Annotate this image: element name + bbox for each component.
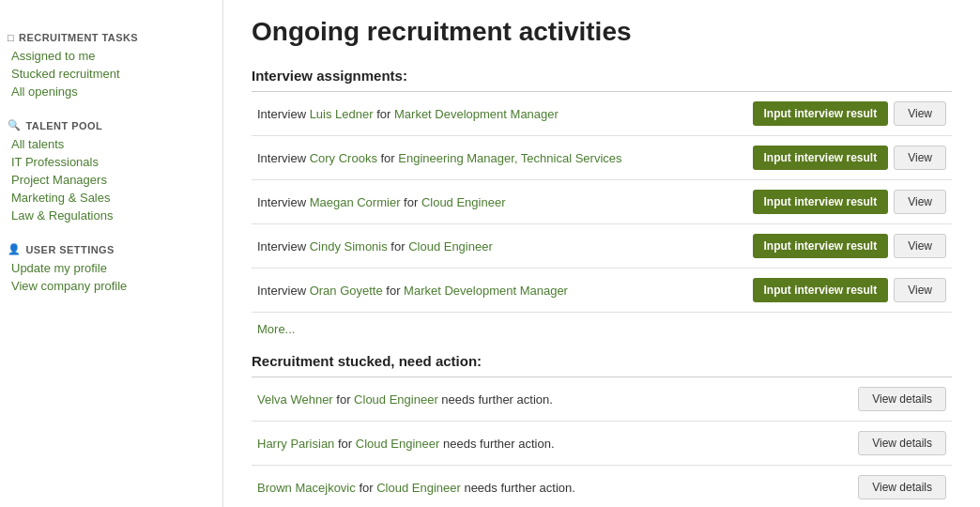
sidebar-item-marketing-sales[interactable]: Marketing & Sales <box>8 189 215 207</box>
position-name-4[interactable]: Market Development Manager <box>404 284 568 298</box>
interview-row: Interview Cindy Simonis for Cloud Engine… <box>252 224 952 269</box>
recruitment-icon: □ <box>8 32 14 43</box>
input-interview-result-button[interactable]: Input interview result <box>753 101 889 126</box>
position-name-3[interactable]: Cloud Engineer <box>408 239 493 254</box>
stucked-row-text: Velva Wehner for Cloud Engineer needs fu… <box>257 392 553 407</box>
input-interview-result-button[interactable]: Input interview result <box>753 190 889 214</box>
position-name-1[interactable]: Engineering Manager, Technical Services <box>398 151 621 165</box>
interview-section: Interview assignments: Interview Luis Le… <box>252 68 952 346</box>
sidebar-section-recruitment: □ RECRUITMENT TASKS <box>8 32 215 43</box>
page-title: Ongoing recruitment activities <box>252 17 952 47</box>
interview-row-actions: Input interview resultView <box>753 101 946 126</box>
interview-row-actions: Input interview resultView <box>753 278 946 302</box>
input-interview-result-button[interactable]: Input interview result <box>753 278 889 302</box>
sidebar: □ RECRUITMENT TASKS Assigned to meStucke… <box>0 0 223 507</box>
stucked-row: Harry Parisian for Cloud Engineer needs … <box>252 422 952 466</box>
position-name-2[interactable]: Cloud Engineer <box>421 195 506 209</box>
stucked-row-text: Brown Macejkovic for Cloud Engineer need… <box>257 481 575 495</box>
sidebar-item-all-openings[interactable]: All openings <box>8 83 215 100</box>
view-button[interactable]: View <box>894 234 946 258</box>
stucked-row: Brown Macejkovic for Cloud Engineer need… <box>252 466 952 507</box>
view-button[interactable]: View <box>894 190 946 214</box>
stucked-position-0[interactable]: Cloud Engineer <box>354 392 438 407</box>
position-name-0[interactable]: Market Development Manager <box>394 107 559 121</box>
interview-row-text: Interview Maegan Cormier for Cloud Engin… <box>257 195 506 209</box>
interview-row-text: Interview Cory Crooks for Engineering Ma… <box>257 151 622 165</box>
interview-row-actions: Input interview resultView <box>753 234 946 258</box>
interview-row-actions: Input interview resultView <box>753 146 946 170</box>
candidate-name-3[interactable]: Cindy Simonis <box>310 239 388 254</box>
interview-section-title: Interview assignments: <box>252 68 952 84</box>
sidebar-item-update-profile[interactable]: Update my profile <box>8 259 215 277</box>
interview-row-text: Interview Oran Goyette for Market Develo… <box>257 284 568 298</box>
stucked-candidate-1[interactable]: Harry Parisian <box>257 437 334 451</box>
input-interview-result-button[interactable]: Input interview result <box>753 146 889 170</box>
view-button[interactable]: View <box>894 146 946 170</box>
more-link[interactable]: More... <box>257 322 295 336</box>
stucked-row-text: Harry Parisian for Cloud Engineer needs … <box>257 437 555 451</box>
sidebar-item-view-company[interactable]: View company profile <box>8 277 215 295</box>
candidate-name-2[interactable]: Maegan Cormier <box>310 195 401 209</box>
sidebar-item-all-talents[interactable]: All talents <box>8 135 215 153</box>
input-interview-result-button[interactable]: Input interview result <box>753 234 889 258</box>
interview-row: Interview Oran Goyette for Market Develo… <box>252 269 952 313</box>
stucked-row-actions: View details <box>858 387 946 411</box>
interview-row: Interview Luis Ledner for Market Develop… <box>252 91 952 136</box>
view-button[interactable]: View <box>894 278 946 302</box>
stucked-candidate-2[interactable]: Brown Macejkovic <box>257 481 356 495</box>
sidebar-item-law-regulations[interactable]: Law & Regulations <box>8 207 215 224</box>
stucked-position-2[interactable]: Cloud Engineer <box>376 481 461 495</box>
view-details-button[interactable]: View details <box>858 475 946 499</box>
view-button[interactable]: View <box>894 101 946 126</box>
interview-row: Interview Cory Crooks for Engineering Ma… <box>252 136 952 180</box>
sidebar-item-stucked-recruitment[interactable]: Stucked recruitment <box>8 65 215 83</box>
interview-row-text: Interview Luis Ledner for Market Develop… <box>257 107 559 121</box>
stucked-row-actions: View details <box>858 475 946 499</box>
interview-row-text: Interview Cindy Simonis for Cloud Engine… <box>257 239 493 254</box>
stucked-section-title: Recruitment stucked, need action: <box>252 353 952 369</box>
stucked-position-1[interactable]: Cloud Engineer <box>356 437 440 451</box>
stucked-row-actions: View details <box>858 431 946 455</box>
candidate-name-0[interactable]: Luis Ledner <box>310 107 374 121</box>
candidate-name-1[interactable]: Cory Crooks <box>310 151 377 165</box>
user-icon: 👤 <box>8 243 21 255</box>
sidebar-section-talent: 🔍 TALENT POOL <box>8 119 215 131</box>
talent-icon: 🔍 <box>8 119 21 131</box>
interview-row-actions: Input interview resultView <box>753 190 946 214</box>
sidebar-item-project-managers[interactable]: Project Managers <box>8 171 215 189</box>
sidebar-section-user: 👤 USER SETTINGS <box>8 243 215 255</box>
stucked-section: Recruitment stucked, need action: Velva … <box>252 353 952 507</box>
view-details-button[interactable]: View details <box>858 387 946 411</box>
sidebar-item-it-professionals[interactable]: IT Professionals <box>8 153 215 171</box>
stucked-row: Velva Wehner for Cloud Engineer needs fu… <box>252 376 952 422</box>
view-details-button[interactable]: View details <box>858 431 946 455</box>
candidate-name-4[interactable]: Oran Goyette <box>310 284 383 298</box>
main-content: Ongoing recruitment activities Interview… <box>223 0 980 507</box>
stucked-candidate-0[interactable]: Velva Wehner <box>257 392 333 407</box>
interview-row: Interview Maegan Cormier for Cloud Engin… <box>252 180 952 224</box>
sidebar-item-assigned-to-me[interactable]: Assigned to me <box>8 47 215 65</box>
